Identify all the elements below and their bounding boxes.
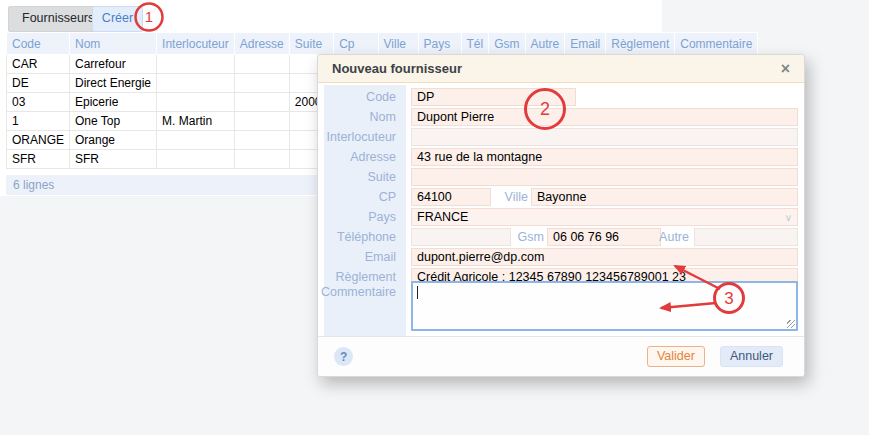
telephone-label: Téléphone bbox=[318, 228, 404, 246]
table-cell[interactable]: ORANGE bbox=[7, 131, 70, 150]
code-label: Code bbox=[318, 88, 404, 106]
column-header[interactable]: Nom bbox=[70, 33, 157, 55]
table-cell[interactable]: DE bbox=[7, 74, 70, 93]
table-cell[interactable] bbox=[157, 74, 235, 93]
table-cell[interactable]: Carrefour bbox=[70, 55, 157, 74]
autre-input[interactable] bbox=[694, 228, 798, 246]
email-input[interactable] bbox=[411, 248, 798, 266]
resize-grip-icon[interactable] bbox=[787, 320, 795, 328]
chevron-down-icon: ∨ bbox=[785, 210, 792, 226]
table-cell[interactable] bbox=[234, 112, 289, 131]
adresse-input[interactable] bbox=[411, 148, 798, 166]
interlocuteur-input[interactable] bbox=[411, 128, 798, 146]
field-row-cp-ville: CP Ville bbox=[318, 188, 804, 206]
dialog-body: Code Nom Interlocuteur Adresse Suite CP … bbox=[318, 83, 804, 336]
column-header[interactable]: Cp bbox=[334, 33, 378, 55]
ville-input[interactable] bbox=[531, 188, 798, 206]
new-supplier-dialog: Nouveau fournisseur × Code Nom Interlocu… bbox=[317, 54, 805, 377]
pays-selected-value: FRANCE bbox=[417, 210, 468, 224]
autre-label: Autre bbox=[658, 228, 689, 246]
column-header[interactable]: Commentaire bbox=[675, 33, 758, 55]
table-cell[interactable] bbox=[157, 150, 235, 169]
dialog-title-bar: Nouveau fournisseur × bbox=[318, 55, 804, 83]
table-cell[interactable] bbox=[234, 150, 289, 169]
interlocuteur-label: Interlocuteur bbox=[318, 128, 404, 146]
adresse-label: Adresse bbox=[318, 148, 404, 166]
field-row-interlocuteur: Interlocuteur bbox=[318, 128, 804, 146]
column-header[interactable]: Autre bbox=[525, 33, 565, 55]
table-cell[interactable]: CAR bbox=[7, 55, 70, 74]
column-header[interactable]: Suite bbox=[289, 33, 333, 55]
table-cell[interactable]: Epicerie bbox=[70, 93, 157, 112]
column-header[interactable]: Tél bbox=[461, 33, 489, 55]
cp-input[interactable] bbox=[411, 188, 491, 206]
table-cell[interactable] bbox=[234, 55, 289, 74]
pays-select[interactable]: FRANCE ∨ bbox=[411, 208, 798, 226]
column-header[interactable]: Email bbox=[565, 33, 606, 55]
ville-label: Ville bbox=[501, 188, 528, 206]
table-cell[interactable] bbox=[234, 74, 289, 93]
table-cell[interactable] bbox=[234, 131, 289, 150]
table-cell[interactable]: SFR bbox=[70, 150, 157, 169]
code-input[interactable] bbox=[411, 88, 576, 106]
table-cell[interactable] bbox=[157, 55, 235, 74]
close-icon[interactable]: × bbox=[781, 61, 790, 77]
table-header-row: CodeNomInterlocuteurAdresseSuiteCpVilleP… bbox=[7, 33, 758, 55]
commentaire-textarea[interactable] bbox=[411, 281, 798, 331]
telephone-input[interactable] bbox=[411, 228, 511, 246]
table-cell[interactable]: Direct Energie bbox=[70, 74, 157, 93]
table-cell[interactable] bbox=[234, 93, 289, 112]
dialog-footer: ? Valider Annuler bbox=[318, 336, 804, 376]
column-header[interactable]: Pays bbox=[418, 33, 461, 55]
creer-button[interactable]: Créer bbox=[92, 6, 143, 32]
column-header[interactable]: Code bbox=[7, 33, 70, 55]
field-row-code: Code bbox=[318, 88, 804, 106]
field-row-nom: Nom bbox=[318, 108, 804, 126]
cp-label: CP bbox=[318, 188, 404, 206]
gsm-label: Gsm bbox=[517, 228, 544, 246]
valider-button[interactable]: Valider bbox=[647, 346, 705, 367]
table-cell[interactable] bbox=[157, 131, 235, 150]
column-header[interactable]: Règlement bbox=[606, 33, 675, 55]
gsm-input[interactable] bbox=[547, 228, 661, 246]
suite-label: Suite bbox=[318, 168, 404, 186]
suite-input[interactable] bbox=[411, 168, 798, 186]
field-row-pays: Pays FRANCE ∨ bbox=[318, 208, 804, 226]
column-header[interactable]: Ville bbox=[378, 33, 418, 55]
table-cell[interactable]: 03 bbox=[7, 93, 70, 112]
column-header[interactable]: Gsm bbox=[489, 33, 525, 55]
table-cell[interactable] bbox=[157, 93, 235, 112]
column-header[interactable]: Adresse bbox=[234, 33, 289, 55]
nom-label: Nom bbox=[318, 108, 404, 126]
field-row-adresse: Adresse bbox=[318, 148, 804, 166]
commentaire-label: Commentaire bbox=[318, 283, 404, 301]
field-row-email: Email bbox=[318, 248, 804, 266]
dialog-title: Nouveau fournisseur bbox=[332, 61, 462, 76]
table-cell[interactable]: One Top bbox=[70, 112, 157, 131]
annuler-button[interactable]: Annuler bbox=[720, 346, 783, 367]
pays-label: Pays bbox=[318, 208, 404, 226]
nom-input[interactable] bbox=[411, 108, 798, 126]
help-button[interactable]: ? bbox=[334, 347, 353, 366]
field-row-suite: Suite bbox=[318, 168, 804, 186]
table-cell[interactable]: 1 bbox=[7, 112, 70, 131]
field-row-telephone: Téléphone Gsm Autre bbox=[318, 228, 804, 246]
table-cell[interactable]: M. Martin bbox=[157, 112, 235, 131]
column-header[interactable]: Interlocuteur bbox=[157, 33, 235, 55]
table-cell[interactable]: Orange bbox=[70, 131, 157, 150]
table-cell[interactable]: SFR bbox=[7, 150, 70, 169]
email-label: Email bbox=[318, 248, 404, 266]
text-cursor bbox=[417, 286, 418, 299]
